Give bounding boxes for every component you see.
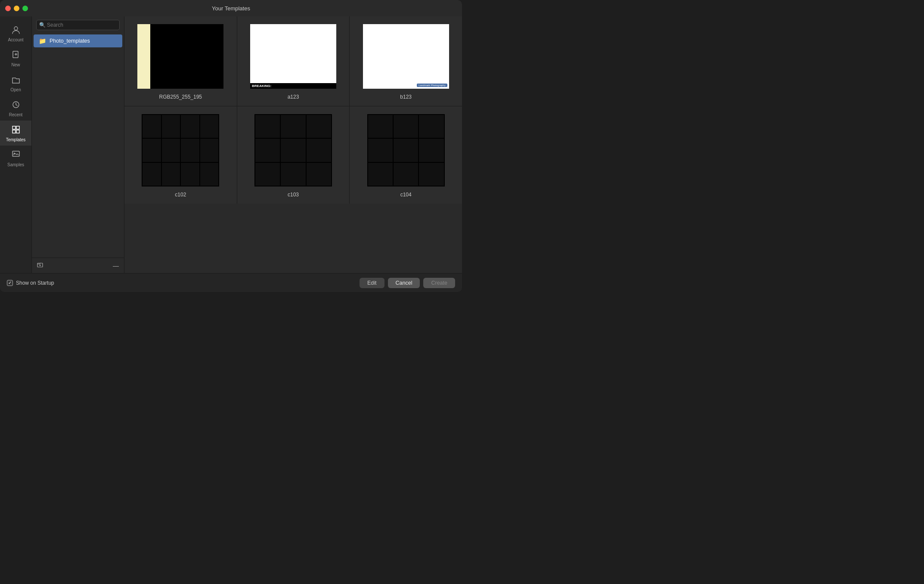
add-folder-button[interactable]	[37, 261, 44, 270]
template-item-rgb255[interactable]: RGB255_255_195	[124, 16, 237, 106]
svg-point-10	[13, 153, 15, 154]
template-item-c102[interactable]: c102	[124, 106, 237, 204]
samples-icon	[11, 150, 21, 161]
account-icon	[11, 25, 21, 36]
sidebar-item-account[interactable]: Account	[0, 21, 31, 46]
template-thumbnail-c104	[367, 114, 445, 186]
sidebar-label-templates: Templates	[6, 137, 26, 142]
sidebar-item-open[interactable]: Open	[0, 71, 31, 96]
show-on-startup-text: Show on Startup	[16, 280, 54, 286]
open-icon	[11, 75, 21, 86]
svg-rect-7	[12, 130, 16, 133]
svg-rect-6	[16, 126, 19, 129]
sidebar-label-new: New	[11, 62, 20, 67]
remove-folder-button[interactable]: —	[113, 262, 119, 269]
template-name-b123: b123	[400, 94, 412, 100]
sidebar-label-samples: Samples	[7, 162, 24, 167]
template-name-a123: a123	[288, 94, 299, 100]
window-title: Your Templates	[212, 5, 250, 12]
svg-rect-9	[12, 151, 19, 156]
sidebar-item-samples[interactable]: Samples	[0, 146, 31, 171]
folder-list: 📁 Photo_templates	[32, 34, 124, 258]
cancel-button[interactable]: Cancel	[388, 278, 420, 288]
sidebar-label-open: Open	[10, 87, 21, 92]
template-name-rgb255: RGB255_255_195	[159, 94, 202, 100]
file-panel: 🔍 📁 Photo_templates —	[32, 16, 124, 273]
create-button[interactable]: Create	[423, 278, 455, 288]
template-thumbnail-rgb255	[137, 24, 223, 89]
template-thumbnail-c102	[142, 114, 219, 186]
edit-button[interactable]: Edit	[360, 278, 384, 288]
template-item-a123[interactable]: BREAKING: a123	[237, 16, 350, 106]
search-input[interactable]	[36, 20, 120, 30]
template-grid-area: RGB255_255_195 BREAKING: a123 Landmark P…	[124, 16, 462, 273]
svg-rect-5	[12, 126, 16, 129]
template-name-c104: c104	[400, 192, 412, 198]
minimize-button[interactable]	[14, 6, 19, 11]
titlebar: Your Templates	[0, 0, 462, 16]
template-item-b123[interactable]: Landmark Photography b123	[350, 16, 462, 106]
folder-item-photo-templates[interactable]: 📁 Photo_templates	[34, 34, 122, 47]
show-on-startup-label[interactable]: ✓ Show on Startup	[7, 280, 54, 286]
template-thumbnail-c103	[254, 114, 332, 186]
main-layout: Account New Open	[0, 16, 462, 273]
svg-point-0	[14, 27, 18, 30]
svg-rect-8	[16, 130, 19, 133]
bottom-bar: ✓ Show on Startup Edit Cancel Create	[0, 273, 462, 292]
template-item-c103[interactable]: c103	[237, 106, 350, 204]
sidebar: Account New Open	[0, 16, 32, 273]
breaking-bar: BREAKING:	[250, 83, 336, 89]
maximize-button[interactable]	[22, 6, 28, 11]
template-name-c102: c102	[175, 192, 186, 198]
template-grid: RGB255_255_195 BREAKING: a123 Landmark P…	[124, 16, 462, 204]
template-thumbnail-b123: Landmark Photography	[363, 24, 449, 89]
sidebar-label-account: Account	[8, 37, 23, 42]
traffic-lights	[5, 6, 28, 11]
recent-icon	[11, 100, 21, 111]
template-item-c104[interactable]: c104	[350, 106, 462, 204]
folder-name: Photo_templates	[50, 38, 90, 44]
file-panel-footer: —	[32, 258, 124, 273]
sidebar-item-templates[interactable]: Templates	[0, 121, 31, 146]
template-thumbnail-a123: BREAKING:	[250, 24, 336, 89]
show-on-startup-checkbox[interactable]: ✓	[7, 280, 13, 286]
bottom-left: ✓ Show on Startup	[7, 280, 54, 286]
template-name-c103: c103	[288, 192, 299, 198]
sidebar-item-new[interactable]: New	[0, 46, 31, 71]
close-button[interactable]	[5, 6, 11, 11]
bottom-right: Edit Cancel Create	[360, 278, 455, 288]
folder-icon: 📁	[39, 37, 46, 44]
search-icon: 🔍	[39, 22, 46, 28]
sidebar-label-recent: Recent	[9, 112, 23, 117]
sidebar-item-recent[interactable]: Recent	[0, 96, 31, 121]
search-bar: 🔍	[32, 16, 124, 34]
templates-icon	[11, 125, 21, 136]
landmark-badge: Landmark Photography	[417, 84, 447, 87]
new-icon	[11, 50, 21, 61]
